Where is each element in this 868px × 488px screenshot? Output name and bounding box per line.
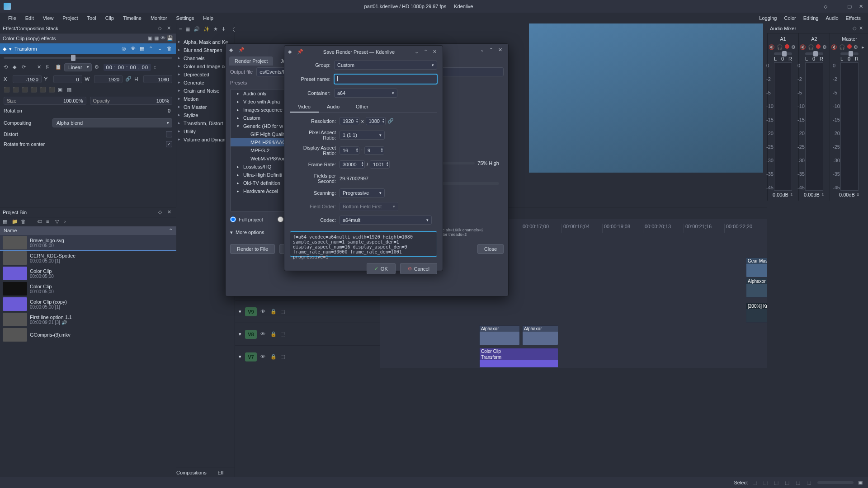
h-input[interactable]: 1080 [143, 75, 172, 83]
video-tab[interactable]: Video [290, 102, 319, 113]
solo-icon[interactable]: 🎧 [777, 44, 783, 51]
bin-item[interactable]: First line option 1.1 00:00:09;21 [3] 🔊 [0, 312, 176, 327]
min-icon[interactable]: ⌄ [415, 49, 421, 55]
chevron-down-icon[interactable]: ▾ [230, 230, 233, 235]
dar-den-input[interactable]: 9▴▾ [364, 146, 384, 155]
menu-timeline[interactable]: Timeline [118, 14, 146, 22]
tool-spacer-icon[interactable]: ⬚ [774, 479, 780, 486]
kf-paste-icon[interactable]: 📋 [55, 64, 61, 70]
fav-icon[interactable]: ★ [213, 26, 218, 34]
preset-params-textarea[interactable]: f=a64 vcodec=a64multi width=1920 height=… [290, 231, 437, 257]
opacity-field[interactable]: Opacity100% [90, 97, 173, 105]
close-icon[interactable]: ✕ [167, 25, 173, 32]
mute-icon[interactable]: 🔇 [769, 44, 775, 51]
close-icon[interactable]: ✕ [498, 47, 505, 53]
layout-editing[interactable]: Editing [800, 14, 822, 22]
pan-slider[interactable] [774, 52, 792, 55]
group-select[interactable]: Custom [334, 61, 437, 70]
full-project-radio[interactable] [230, 216, 236, 222]
cancel-button[interactable]: ⊘Cancel [400, 263, 437, 274]
layout-audio[interactable]: Audio [822, 14, 842, 22]
link-icon[interactable]: 🔗 [125, 76, 132, 82]
tool-multicam-icon[interactable]: ⬚ [807, 479, 813, 486]
track-target-icon[interactable]: ⬚ [280, 309, 287, 315]
bin-item[interactable]: CERN_KDE-Spottec 00:00:05;00 [1] [0, 250, 176, 266]
close-icon[interactable]: ✕ [859, 25, 865, 32]
compositing-select[interactable]: Alpha blend [52, 118, 172, 127]
layout-color[interactable]: Color [780, 14, 799, 22]
rotate-center-checkbox[interactable] [166, 141, 172, 147]
scanning-select[interactable]: Progressive [340, 188, 385, 197]
track-mute-icon[interactable]: 👁 [260, 309, 267, 315]
distort-checkbox[interactable] [166, 131, 172, 137]
track-target-icon[interactable]: ⬚ [280, 354, 287, 360]
rec-icon[interactable] [816, 44, 821, 49]
track-badge[interactable]: V8 [245, 330, 257, 339]
settings-icon[interactable]: ⚙ [822, 44, 829, 51]
w-input[interactable]: 1920 [94, 75, 123, 83]
kf-prev-icon[interactable]: ⟲ [4, 64, 10, 70]
db-value[interactable]: 0.00dB [804, 192, 820, 197]
delete-icon[interactable]: 🗑 [167, 46, 173, 52]
list-icon[interactable]: ≡ [46, 219, 52, 225]
settings-icon[interactable]: ⚙ [854, 44, 860, 51]
pin-icon[interactable]: ◇ [158, 25, 164, 32]
max-icon[interactable]: ⌃ [424, 49, 430, 55]
bin-column-header[interactable]: Name⌃ [0, 226, 176, 235]
par-select[interactable]: 1 (1:1) [340, 131, 385, 140]
fr-den-input[interactable]: 1001▴▾ [370, 160, 390, 169]
selected-zone-radio[interactable] [278, 216, 283, 222]
monitor-video[interactable] [529, 23, 763, 173]
align-ml-icon[interactable]: ⬛ [31, 87, 37, 93]
bin-item[interactable]: Brave_logo.svg 00:00:05;00 [0, 235, 176, 250]
render-to-file-button[interactable]: Render to File [230, 244, 275, 254]
compositions-tab[interactable]: Compositions [176, 468, 207, 477]
close-icon[interactable]: ✕ [859, 4, 864, 9]
tool-pointer-icon[interactable]: ⬚ [752, 479, 759, 486]
audio-icon[interactable]: 🔊 [193, 26, 200, 34]
add-clip-icon[interactable]: ▦ [3, 219, 9, 225]
track-lock-icon[interactable]: 🔒 [270, 309, 277, 315]
bin-item[interactable]: Color Clip 00:00:05;00 [0, 266, 176, 281]
pan-slider[interactable] [840, 52, 859, 55]
options-icon[interactable]: ⚙ [94, 64, 101, 70]
track-header[interactable]: ▾ V7 👁 🔒 ⬚ [235, 346, 380, 368]
dar-num-input[interactable]: 16▴▾ [340, 146, 359, 155]
zoom-slider[interactable] [817, 481, 854, 484]
menu-view[interactable]: View [38, 14, 58, 22]
ok-button[interactable]: ✓OK [367, 263, 396, 274]
chevron-down-icon[interactable]: ▾ [9, 46, 12, 52]
track-badge[interactable]: V7 [245, 352, 257, 361]
menu-clip[interactable]: Clip [101, 14, 118, 22]
eye-icon[interactable]: 👁 [131, 46, 137, 52]
layout-logging[interactable]: Logging [755, 14, 780, 22]
menu-project[interactable]: Project [58, 14, 82, 22]
align-tc-icon[interactable]: ⬛ [13, 87, 19, 93]
minimize-icon[interactable]: ◇ [824, 4, 829, 9]
track-lock-icon[interactable]: 🔒 [270, 331, 277, 338]
rec-icon[interactable] [785, 44, 789, 49]
bin-item[interactable]: Color Clip 00:00:05;00 [0, 281, 176, 296]
bin-item[interactable]: GCompris-(3).mkv [0, 327, 176, 343]
track-header[interactable]: ▾ V8 👁 🔒 ⬚ [235, 323, 380, 346]
solo-icon[interactable]: 🎧 [839, 44, 845, 51]
size-field[interactable]: Size100.00% [4, 97, 86, 105]
keyframe-timecode[interactable]: 00 : 00 : 00 , 00 [104, 64, 151, 71]
audio-tab[interactable]: Audio [319, 102, 348, 113]
up-icon[interactable]: ⌃ [149, 46, 155, 52]
rec-icon[interactable] [847, 44, 852, 49]
compare-icon[interactable]: ▦ [154, 35, 160, 42]
kf-next-icon[interactable]: ⟳ [22, 64, 28, 70]
db-value[interactable]: 0.00dB [839, 192, 855, 197]
track-header[interactable]: ▾ V9 👁 🔒 ⬚ [235, 300, 380, 323]
transform-effect-header[interactable]: ◆ ▾ Transform ◎ 👁 ▦ ⌃ ⌄ 🗑 [0, 43, 176, 54]
x-input[interactable]: -1920 [13, 75, 42, 83]
pin-icon[interactable]: 📌 [297, 49, 303, 55]
delete-clip-icon[interactable]: 🗑 [21, 219, 27, 225]
layout-effects[interactable]: Effects [842, 14, 864, 22]
align-mc-icon[interactable]: ⬛ [40, 87, 46, 93]
mute-icon[interactable]: 🔇 [800, 44, 806, 51]
fr-num-input[interactable]: 30000▴▾ [340, 160, 365, 169]
menu-edit[interactable]: Edit [21, 14, 38, 22]
solo-icon[interactable]: 🎧 [808, 44, 814, 51]
